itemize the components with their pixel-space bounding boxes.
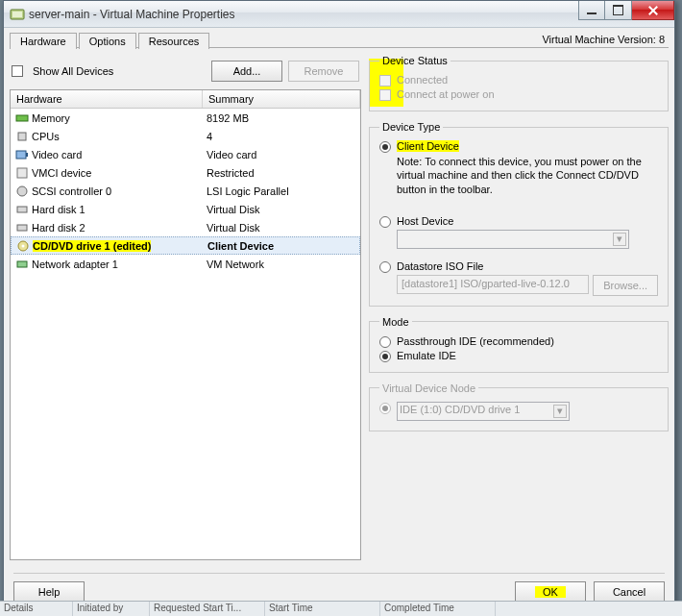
tab-strip: Hardware Options Resources Virtual Machi… [4, 28, 674, 47]
svg-rect-3 [18, 133, 26, 140]
client-device-label: Client Device [397, 140, 459, 152]
cancel-button[interactable]: Cancel [594, 581, 665, 603]
vdn-select: IDE (1:0) CD/DVD drive 1 ▾ [397, 402, 570, 421]
svg-rect-12 [17, 261, 27, 267]
memory-icon [12, 111, 32, 125]
emulate-radio[interactable] [379, 351, 391, 362]
emulate-label: Emulate IDE [397, 350, 456, 361]
datastore-iso-radio[interactable] [379, 261, 391, 273]
table-row[interactable]: Hard disk 1 Virtual Disk [11, 200, 360, 218]
vm-icon [10, 7, 25, 22]
vmci-icon [12, 166, 32, 180]
mode-legend: Mode [379, 316, 412, 328]
col-summary[interactable]: Summary [203, 90, 360, 108]
maximize-button[interactable] [605, 1, 632, 20]
vdn-legend: Virtual Device Node [379, 382, 478, 394]
table-row[interactable]: Memory 8192 MB [11, 109, 360, 127]
device-status-group: Device Status Connected Connect at power… [369, 55, 669, 111]
help-button[interactable]: Help [13, 581, 85, 603]
svg-rect-6 [17, 168, 27, 178]
svg-point-11 [22, 244, 25, 247]
passthrough-radio[interactable] [379, 336, 391, 348]
vdn-radio [379, 403, 391, 414]
virtual-device-node-group: Virtual Device Node IDE (1:0) CD/DVD dri… [369, 382, 669, 431]
cpu-icon [12, 130, 32, 143]
passthrough-label: Passthrough IDE (recommended) [397, 335, 554, 347]
svg-rect-1 [12, 12, 22, 17]
table-header: Hardware Summary [11, 90, 360, 109]
add-button[interactable]: Add... [211, 61, 282, 82]
iso-path-field: [datastore1] ISO/gparted-live-0.12.0 [397, 275, 589, 294]
vm-properties-window: server-main - Virtual Machine Properties… [3, 0, 675, 612]
client-device-radio[interactable] [379, 141, 391, 153]
window-title: server-main - Virtual Machine Properties [29, 8, 235, 21]
titlebar[interactable]: server-main - Virtual Machine Properties [4, 1, 674, 28]
right-pane: Device Status Connected Connect at power… [369, 55, 669, 563]
ok-button[interactable]: OK [515, 581, 586, 603]
device-type-group: Device Type Client Device Note: To conne… [369, 121, 669, 307]
left-pane: Show All Devices Add... Remove Hardware … [10, 55, 361, 563]
table-row[interactable]: Video card Video card [11, 145, 360, 163]
tab-options[interactable]: Options [79, 33, 136, 49]
tab-hardware[interactable]: Hardware [10, 33, 77, 49]
tab-resources[interactable]: Resources [138, 33, 210, 49]
browse-button: Browse... [593, 275, 658, 296]
svg-rect-2 [16, 115, 28, 121]
connect-poweron-label: Connect at power on [397, 88, 495, 100]
show-all-devices-label: Show All Devices [33, 65, 113, 77]
table-row[interactable]: Hard disk 2 Virtual Disk [11, 218, 360, 236]
background-statusbar: Details Initiated by Requested Start Ti.… [0, 601, 682, 616]
connected-label: Connected [397, 74, 448, 86]
remove-button: Remove [288, 61, 359, 82]
hardware-table: Hardware Summary Memory 8192 MB CPUs 4 [10, 89, 361, 560]
host-device-label: Host Device [397, 215, 453, 227]
svg-rect-4 [16, 151, 26, 159]
host-device-select: ▾ [397, 230, 629, 249]
client-device-note: Note: To connect this device, you must p… [397, 155, 658, 196]
datastore-iso-label: Datastore ISO File [397, 260, 483, 272]
svg-point-7 [17, 186, 27, 196]
scsi-icon [12, 185, 32, 198]
device-type-legend: Device Type [379, 121, 443, 133]
table-row[interactable]: SCSI controller 0 LSI Logic Parallel [11, 182, 360, 200]
disk-icon [12, 203, 32, 216]
col-hardware[interactable]: Hardware [11, 90, 203, 108]
table-row[interactable]: Network adapter 1 VM Network [11, 255, 360, 273]
device-status-legend: Device Status [379, 55, 451, 66]
host-device-radio[interactable] [379, 216, 391, 228]
vm-version-label: Virtual Machine Version: 8 [542, 34, 665, 45]
minimize-button[interactable] [578, 1, 605, 20]
disk-icon [12, 221, 32, 234]
svg-rect-8 [17, 207, 27, 212]
bottom-bar: Help OK Cancel [13, 573, 665, 602]
close-button[interactable] [632, 1, 674, 20]
svg-rect-9 [17, 225, 27, 231]
svg-rect-5 [26, 153, 28, 157]
nic-icon [12, 258, 32, 271]
table-row-selected[interactable]: CD/DVD drive 1 (edited) Client Device [11, 236, 360, 255]
cd-icon [13, 239, 33, 253]
mode-group: Mode Passthrough IDE (recommended) Emula… [369, 316, 669, 373]
show-all-devices-checkbox[interactable] [12, 65, 23, 77]
cd-drive-label: CD/DVD drive 1 (edited) [33, 240, 151, 252]
table-row[interactable]: CPUs 4 [11, 127, 360, 145]
table-row[interactable]: VMCI device Restricted [11, 163, 360, 182]
connected-checkbox [379, 75, 391, 86]
client-area: Hardware Options Resources Virtual Machi… [4, 28, 674, 611]
video-icon [12, 148, 32, 161]
connect-poweron-checkbox [379, 89, 391, 101]
